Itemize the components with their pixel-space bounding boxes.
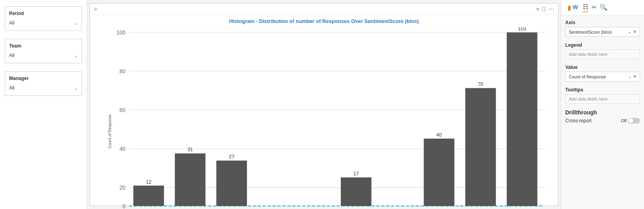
right-panel-tabs: ☷ ✂ 🔍 xyxy=(583,3,608,12)
axis-remove-icon[interactable]: ✕ xyxy=(633,29,636,34)
period-filter-select[interactable]: All ⌄ xyxy=(9,19,78,27)
focus-mode-icon[interactable]: □ xyxy=(542,6,545,12)
manager-filter-label: Manager xyxy=(9,76,78,81)
axis-chevron-icon[interactable]: ⌄ xyxy=(628,29,631,34)
tab-format[interactable]: ✂ xyxy=(591,4,597,12)
drillthrough-section: Drillthrough Cross-report Off xyxy=(565,109,640,124)
toggle-thumb xyxy=(629,118,633,123)
cross-report-row: Cross-report Off xyxy=(565,118,640,124)
svg-text:80: 80 xyxy=(120,68,125,74)
value-remove-icon[interactable]: ✕ xyxy=(633,74,636,79)
axis-field-actions: ⌄ ✕ xyxy=(628,29,636,34)
legend-placeholder[interactable]: Add data fields here xyxy=(565,49,640,59)
svg-text:70: 70 xyxy=(478,82,483,87)
period-chevron-icon: ⌄ xyxy=(74,21,78,25)
period-filter-label: Period xyxy=(9,11,78,16)
svg-text:20: 20 xyxy=(120,184,125,191)
value-section: Value Count of Response ⌄ ✕ xyxy=(565,65,640,82)
value-field-value: Count of Response xyxy=(569,74,606,79)
value-chevron-icon[interactable]: ⌄ xyxy=(628,74,631,79)
svg-text:17: 17 xyxy=(353,171,359,177)
value-field-actions: ⌄ ✕ xyxy=(628,74,636,79)
manager-chevron-icon: ⌄ xyxy=(74,86,78,90)
value-section-title: Value xyxy=(565,65,640,70)
svg-text:103: 103 xyxy=(518,27,526,32)
tab-fields[interactable]: ☷ xyxy=(583,3,588,12)
svg-text:12: 12 xyxy=(146,179,152,185)
svg-text:60: 60 xyxy=(120,107,125,113)
bar-0.2[interactable] xyxy=(217,161,247,206)
cross-report-label: Cross-report xyxy=(565,118,592,124)
tooltips-placeholder[interactable]: Add data fields here xyxy=(565,94,640,104)
team-filter-label: Team xyxy=(9,43,78,49)
tab-analytics[interactable]: 🔍 xyxy=(600,4,608,12)
axis-field-box[interactable]: SentimentScore (bins) ⌄ ✕ xyxy=(565,27,640,37)
axis-section: Axis SentimentScore (bins) ⌄ ✕ xyxy=(565,20,640,37)
tooltips-section-title: Tooltips xyxy=(565,87,640,93)
chart-topbar: ≡ ▿ □ ⋯ xyxy=(90,4,558,15)
brand-icons: ▮ W xyxy=(564,2,581,13)
manager-filter-select[interactable]: All ⌄ xyxy=(9,84,78,91)
toggle-track[interactable] xyxy=(628,118,640,124)
toggle-off-label: Off xyxy=(621,118,627,123)
team-filter-group: Team All ⌄ xyxy=(5,39,82,63)
chart-container: Count of Response 100 80 60 40 20 0 12 0… xyxy=(90,26,558,209)
powerbi-icon: ▮ xyxy=(568,4,571,11)
period-filter-group: Period All ⌄ xyxy=(5,6,82,31)
bar-0.7[interactable] xyxy=(424,139,454,206)
legend-section-title: Legend xyxy=(565,42,640,48)
chart-area: ≡ ▿ □ ⋯ Histogram - Distribution of numb… xyxy=(89,3,559,206)
period-filter-value: All xyxy=(9,20,14,26)
svg-text:0: 0 xyxy=(122,203,125,209)
chart-topbar-icons: ▿ □ ⋯ xyxy=(536,6,554,12)
bar-0.5[interactable] xyxy=(341,177,371,206)
y-axis-label: Count of Response xyxy=(108,114,112,148)
svg-text:40: 40 xyxy=(436,132,442,138)
bar-0.9[interactable] xyxy=(507,32,537,206)
value-field-box[interactable]: Count of Response ⌄ ✕ xyxy=(565,72,640,82)
svg-text:40: 40 xyxy=(120,146,125,152)
right-panel-body: Axis SentimentScore (bins) ⌄ ✕ Legend Ad… xyxy=(561,16,644,127)
more-options-icon[interactable]: ⋯ xyxy=(549,6,554,12)
tooltips-section: Tooltips Add data fields here xyxy=(565,87,640,104)
team-filter-select[interactable]: All ⌄ xyxy=(9,52,78,59)
bar-0.8[interactable] xyxy=(465,88,496,206)
manager-filter-value: All xyxy=(9,85,14,91)
drillthrough-title: Drillthrough xyxy=(565,109,640,116)
svg-text:31: 31 xyxy=(187,147,193,152)
drag-handle-icon: ≡ xyxy=(94,6,97,12)
right-panel-header: ▮ W ☷ ✂ 🔍 xyxy=(561,0,644,16)
chart-svg: 100 80 60 40 20 0 12 0.0 31 0.1 27 0.2 xyxy=(110,27,554,209)
left-panel: Period All ⌄ Team All ⌄ Manager All ⌄ xyxy=(0,0,87,209)
toggle-container[interactable]: Off xyxy=(621,118,640,124)
bar-0.1[interactable] xyxy=(175,154,205,206)
right-panel: ▮ W ☷ ✂ 🔍 Axis SentimentScore (bins) ⌄ ✕… xyxy=(561,0,644,209)
team-filter-value: All xyxy=(9,53,14,58)
legend-section: Legend Add data fields here xyxy=(565,42,640,59)
manager-filter-group: Manager All ⌄ xyxy=(5,71,82,96)
bar-0.0[interactable] xyxy=(133,186,164,206)
svg-text:100: 100 xyxy=(116,29,125,36)
axis-field-value: SentimentScore (bins) xyxy=(569,30,612,34)
axis-section-title: Axis xyxy=(565,20,640,25)
chart-title: Histogram - Distribution of number of Re… xyxy=(90,15,558,26)
word-icon: W xyxy=(573,4,578,11)
team-chevron-icon: ⌄ xyxy=(74,53,78,58)
svg-text:27: 27 xyxy=(229,154,234,160)
filter-icon[interactable]: ▿ xyxy=(536,6,539,12)
